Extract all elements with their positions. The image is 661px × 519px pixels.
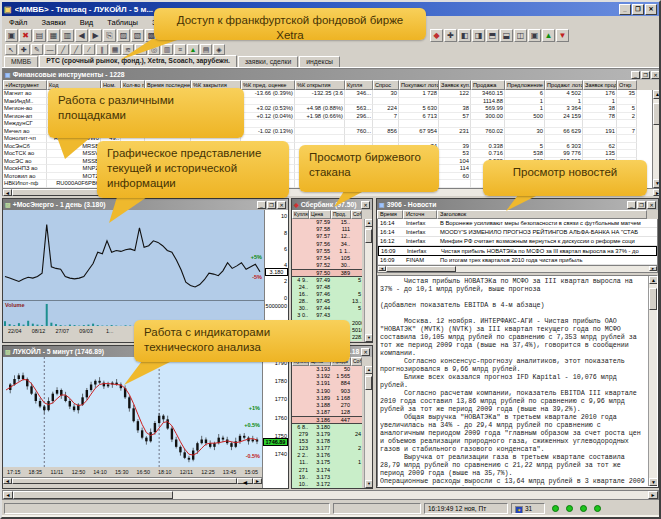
orderbook-ask-row[interactable]: 3.187128 — [292, 409, 372, 416]
news-row[interactable]: 16:09FINAMПо итогам трех кварталов 2010 … — [378, 256, 657, 265]
orderbook-ask-row[interactable]: 97.54105 — [292, 255, 372, 262]
workspace-horizontal-scrollbar[interactable]: ◄ ► — [2, 490, 659, 500]
toolbar-icon[interactable]: ▣ — [5, 29, 18, 42]
orderbook-ask-row[interactable]: 97.5915.. — [292, 219, 372, 226]
menu-item[interactable]: Заявки — [34, 18, 72, 27]
news-vertical-scrollbar[interactable]: ▲ ▼ — [648, 276, 657, 486]
orderbook-bid-row[interactable]: 4 9..97.495 — [292, 277, 372, 284]
toolbar-icon[interactable]: ◆ — [430, 29, 443, 42]
scroll-right-icon[interactable]: ► — [649, 266, 657, 271]
news-restore-button[interactable]: ❐ — [637, 201, 646, 209]
daily-price-plot[interactable]: +5%-5% — [3, 210, 264, 300]
orderbook-bid-row[interactable]: 6 8..3.180 — [292, 424, 372, 431]
toolbar-icon[interactable]: ▲ — [187, 44, 199, 55]
orderbook-ask-row[interactable]: 3.188270 — [292, 402, 372, 409]
toolbar-icon[interactable]: ◨ — [472, 29, 485, 42]
news-row[interactable]: 16:12InterfaxМинфин РФ считает возможным… — [378, 237, 657, 246]
quotes-column-header[interactable]: %К пред. оценке — [241, 80, 295, 90]
toolbar-icon[interactable]: ⬒ — [486, 29, 499, 42]
quotes-restore-button[interactable]: ❐ — [641, 71, 650, 79]
scroll-right-icon[interactable]: ► — [253, 478, 262, 484]
orderbook2-close-button[interactable]: ✕ — [361, 348, 370, 356]
toolbar-icon[interactable]: ▥ — [61, 29, 74, 42]
orderbook-ask-row[interactable]: 97.50389 — [292, 269, 372, 276]
toolbar-icon[interactable]: ▼ — [556, 29, 569, 42]
news-row[interactable]: 16:14InterfaxMOODY'S ИЗМЕНИЛО ПРОГНОЗ РЕ… — [378, 228, 657, 237]
orderbook-ask-row[interactable]: 97.551 1.. — [292, 248, 372, 255]
orderbook-bid-row[interactable]: 2 2..3.176 — [292, 452, 372, 459]
toolbar-icon[interactable]: ⁄ — [83, 44, 95, 55]
toolbar-icon[interactable]: ▤ — [200, 44, 212, 55]
orderbook-bid-row[interactable]: 10..3.172 — [292, 481, 372, 488]
toolbar-icon[interactable]: ⬓ — [500, 29, 513, 42]
orderbook-bid-row[interactable]: 2713.174 — [292, 467, 372, 474]
scroll-down-icon[interactable]: ▼ — [649, 478, 658, 486]
toolbar-icon[interactable]: ↖ — [5, 44, 17, 55]
quotes-close-button[interactable]: ✕ — [651, 71, 660, 79]
chart1-restore-button[interactable]: ❐ — [267, 201, 276, 209]
restore-button[interactable]: ❐ — [632, 4, 644, 15]
orderbook1-scrollbar[interactable]: ▲ ▼ — [364, 219, 372, 342]
close-button[interactable]: ✕ — [645, 4, 657, 15]
news-minimize-button[interactable]: _ — [627, 201, 636, 209]
chart1-minimize-button[interactable]: _ — [257, 201, 266, 209]
orderbook-bid-row[interactable]: 2793.17924 — [292, 431, 372, 438]
toolbar-icon[interactable]: ▲ — [542, 29, 555, 42]
toolbar-icon[interactable]: ╱ — [57, 44, 69, 55]
toolbar-icon[interactable]: — — [44, 44, 56, 55]
scroll-down-icon[interactable]: ▼ — [365, 480, 372, 488]
orderbook-bid-row[interactable]: 28..97.4513.. — [292, 298, 372, 305]
quotes-column-header[interactable]: %К открытия — [295, 80, 345, 90]
orderbook-bid-row[interactable]: 19..3.173 — [292, 474, 372, 481]
toolbar-icon[interactable]: ⎘ — [103, 29, 116, 42]
orderbook-ask-row[interactable]: 97.5230.. — [292, 262, 372, 269]
scroll-left-icon[interactable]: ◄ — [378, 266, 386, 271]
scroll-down-icon[interactable]: ▼ — [653, 179, 661, 188]
minimize-button[interactable]: _ — [619, 4, 631, 15]
quotes-column-header[interactable]: Предложение — [505, 80, 545, 90]
quotes-column-header[interactable]: Покупают лотов — [399, 80, 439, 90]
quotes-vertical-scrollbar[interactable]: ▲ ▼ — [652, 90, 661, 188]
board-tab[interactable]: заявки, сделки — [238, 56, 298, 67]
board-tab[interactable]: ММВБ — [4, 56, 38, 67]
news-row[interactable]: 16:14InterfaxВ Воронеже усиливают меры б… — [378, 219, 657, 228]
scroll-right-icon[interactable]: ► — [648, 491, 658, 499]
quotes-minimize-button[interactable]: _ — [631, 71, 640, 79]
news-row[interactable]: 16:09InterfaxЧистая прибыль НОВАТЭКа по … — [378, 246, 657, 256]
orderbook-ask-row[interactable]: 3.1921 565 — [292, 373, 372, 380]
chart1-close-button[interactable]: ✕ — [277, 201, 286, 209]
toolbar-icon[interactable]: ▦ — [47, 29, 60, 42]
orderbook-ask-row[interactable]: 3.1891 168 — [292, 395, 372, 402]
scroll-down-icon[interactable]: ▼ — [365, 334, 372, 342]
orderbook-ask-row[interactable]: 3.191884 — [292, 380, 372, 387]
orderbook-ask-row[interactable]: 97.5712.. — [292, 233, 372, 240]
news-column-header[interactable]: Время — [377, 210, 403, 219]
toolbar-icon[interactable]: ◈ — [213, 44, 225, 55]
scroll-right-icon[interactable]: ► — [653, 189, 661, 196]
quotes-column-header[interactable]: Заявок прод. — [583, 80, 617, 90]
toolbar-icon[interactable]: ✚ — [444, 29, 457, 42]
orderbook-ask-row[interactable]: 97.5634.. — [292, 241, 372, 248]
news-horizontal-scrollbar[interactable]: ◄ ► — [377, 266, 658, 273]
scroll-left-icon[interactable]: ◄ — [3, 478, 12, 484]
quotes-column-header[interactable]: Откр — [617, 80, 637, 90]
menu-item[interactable]: Файл — [2, 18, 34, 27]
orderbook-bid-row[interactable]: 30..97.445 — [292, 305, 372, 312]
scroll-up-icon[interactable]: ▲ — [365, 366, 372, 374]
toolbar-icon[interactable]: ▣ — [528, 29, 541, 42]
toolbar-icon[interactable]: ◀ — [75, 29, 88, 42]
chart-back-arrow-icon[interactable]: ◄ — [237, 478, 253, 484]
orderbook2-scrollbar[interactable]: ▲ ▼ — [364, 366, 372, 488]
orderbook-bid-row[interactable]: 1233.1772 — [292, 445, 372, 452]
orderbook-ask-row[interactable]: 3.19350 — [292, 366, 372, 373]
orderbook-bid-row[interactable]: 11..3.1751 — [292, 459, 372, 466]
toolbar-icon[interactable]: ✖ — [19, 29, 32, 42]
orderbook-ask-row[interactable]: 3.186447 — [292, 416, 372, 423]
quotes-column-header[interactable]: Купля — [345, 80, 373, 90]
menu-item[interactable]: Таблицы — [100, 18, 145, 27]
orderbook-bid-row[interactable]: 1533.178 — [292, 438, 372, 445]
intraday-chart-scrollbar[interactable]: ◄ ◄ ► — [3, 477, 262, 484]
toolbar-icon[interactable]: ✚ — [18, 44, 30, 55]
orderbook-bid-row[interactable]: 24..97.48 — [292, 284, 372, 291]
quotes-column-header[interactable]: Заявок куп. — [439, 80, 471, 90]
